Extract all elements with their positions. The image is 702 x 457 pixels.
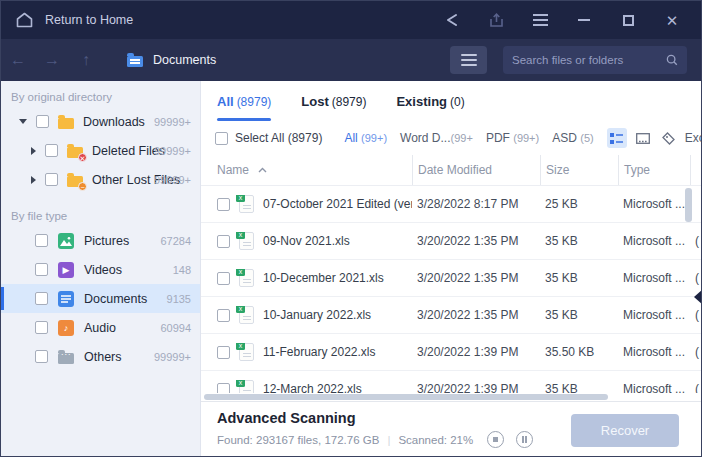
sidebar-item-label: Videos	[84, 263, 122, 277]
sidebar-item-label: Pictures	[84, 234, 129, 248]
table-header: Name Date Modified Size Type	[201, 155, 702, 186]
collapse-arrow-icon[interactable]	[31, 147, 36, 155]
documents-checkbox[interactable]	[35, 292, 48, 305]
tab-existing[interactable]: Existing(0)	[396, 94, 464, 121]
column-name[interactable]: Name	[201, 155, 412, 185]
item-count: 67284	[160, 235, 191, 247]
pictures-icon	[58, 233, 74, 249]
downloads-checkbox[interactable]	[36, 115, 49, 128]
filter-asd[interactable]: ASD (5)	[552, 131, 593, 145]
maximize-button[interactable]	[613, 7, 643, 33]
vertical-scrollbar-thumb[interactable]	[685, 188, 692, 222]
file-path-partial: (	[690, 271, 702, 285]
export-icon[interactable]	[481, 7, 511, 33]
table-row[interactable]: x11-February 2022.xls 3/20/2022 1:39 PM …	[201, 334, 702, 371]
sidebar-item-audio[interactable]: ♪ Audio 60994	[1, 313, 200, 342]
sidebar-item-others[interactable]: Others 99999+	[1, 342, 200, 371]
filter-all[interactable]: All (99+)	[344, 131, 387, 145]
tab-count: (8979)	[237, 95, 272, 109]
file-size: 35 KB	[540, 382, 618, 393]
return-home-button[interactable]: Return to Home	[1, 1, 147, 39]
file-date: 3/20/2022 1:35 PM	[412, 308, 540, 322]
file-type: Microsoft ...	[618, 271, 690, 285]
recover-button[interactable]: Recover	[571, 414, 679, 447]
breadcrumb-folder-icon	[127, 56, 143, 67]
column-path-partial[interactable]	[690, 155, 702, 185]
table-row[interactable]: x09-Nov 2021.xls 3/20/2022 1:35 PM 35 KB…	[201, 223, 702, 260]
tab-all[interactable]: All(8979)	[217, 94, 271, 121]
tab-lost[interactable]: Lost(8979)	[301, 94, 366, 121]
pause-button[interactable]	[516, 431, 533, 448]
filter-word[interactable]: Word D...(99+	[400, 131, 473, 145]
sidebar-item-documents[interactable]: Documents 9135	[1, 284, 200, 313]
row-checkbox[interactable]	[217, 198, 230, 211]
menu-icon[interactable]	[525, 7, 555, 33]
row-checkbox[interactable]	[217, 309, 230, 322]
nav-bar: ← → ↑ Documents	[1, 39, 701, 81]
file-type: Microsoft ...	[618, 234, 690, 248]
sidebar-item-downloads[interactable]: Downloads 99999+	[1, 107, 200, 136]
row-checkbox[interactable]	[217, 383, 230, 394]
table-row[interactable]: x07-October 2021 Edited (version ... 3/2…	[201, 186, 702, 223]
tag-icon[interactable]	[659, 128, 679, 148]
sidebar-item-videos[interactable]: ▶ Videos 148	[1, 255, 200, 284]
select-all-checkbox[interactable]	[215, 132, 228, 145]
list-view-icon[interactable]	[607, 128, 627, 148]
filter-bar: Select All (8979) All (99+) Word D...(99…	[201, 121, 702, 155]
row-checkbox[interactable]	[217, 346, 230, 359]
stop-button[interactable]	[487, 431, 504, 448]
pictures-checkbox[interactable]	[35, 234, 48, 247]
panel-collapse-arrow-icon[interactable]	[694, 289, 702, 305]
close-button[interactable]: ✕	[657, 7, 687, 33]
filter-pdf[interactable]: PDF (99+)	[486, 131, 539, 145]
expand-arrow-icon[interactable]	[19, 119, 27, 124]
breadcrumb-label: Documents	[153, 53, 216, 67]
file-date: 3/20/2022 1:35 PM	[412, 234, 540, 248]
sidebar-item-pictures[interactable]: Pictures 67284	[1, 226, 200, 255]
table-row[interactable]: x10-January 2022.xls 3/20/2022 1:35 PM 3…	[201, 297, 702, 334]
horizontal-scrollbar[interactable]	[201, 393, 702, 401]
forward-arrow-icon[interactable]: →	[35, 51, 69, 69]
section-by-file-type: By file type	[1, 200, 200, 226]
search-icon	[666, 53, 678, 67]
table-row[interactable]: x10-December 2021.xls 3/20/2022 1:35 PM …	[201, 260, 702, 297]
others-icon	[58, 353, 74, 364]
sidebar-item-label: Audio	[84, 321, 116, 335]
other-lost-files-checkbox[interactable]	[45, 173, 58, 186]
item-count: 148	[173, 264, 191, 276]
row-checkbox[interactable]	[217, 235, 230, 248]
main-panel: All(8979) Lost(8979) Existing(0) Select …	[201, 81, 702, 457]
file-type: Microsoft ...	[618, 308, 690, 322]
videos-checkbox[interactable]	[35, 263, 48, 276]
filter-excel[interactable]: Excel XL...(99+	[685, 131, 702, 145]
table-row[interactable]: x12-March 2022.xls 3/20/2022 1:39 PM 35 …	[201, 371, 702, 393]
audio-checkbox[interactable]	[35, 321, 48, 334]
horizontal-scrollbar-thumb[interactable]	[204, 394, 608, 400]
others-checkbox[interactable]	[35, 350, 48, 363]
videos-icon: ▶	[58, 262, 74, 278]
window-controls: ✕	[437, 7, 701, 33]
row-checkbox[interactable]	[217, 272, 230, 285]
deleted-files-checkbox[interactable]	[45, 144, 58, 157]
back-arrow-icon[interactable]: ←	[1, 51, 35, 69]
file-name: 10-January 2022.xls	[263, 308, 371, 322]
column-type[interactable]: Type	[618, 155, 690, 185]
sidebar-item-deleted-files[interactable]: ✕ Deleted Files 99999+	[1, 136, 200, 165]
sidebar-item-other-lost-files[interactable]: − Other Lost Files 99999+	[1, 165, 200, 194]
minus-badge-icon: −	[78, 182, 87, 191]
share-icon[interactable]	[437, 7, 467, 33]
search-box[interactable]	[503, 46, 687, 74]
search-input[interactable]	[512, 54, 666, 66]
column-date-modified[interactable]: Date Modified	[412, 155, 540, 185]
select-all-label[interactable]: Select All (8979)	[235, 131, 322, 145]
sidebar-item-label: Downloads	[83, 115, 145, 129]
audio-icon: ♪	[58, 320, 74, 336]
sidebar-item-label: Documents	[84, 292, 147, 306]
view-menu-button[interactable]	[450, 46, 487, 74]
up-arrow-icon[interactable]: ↑	[69, 51, 103, 69]
column-size[interactable]: Size	[540, 155, 618, 185]
thumbnail-view-icon[interactable]	[633, 128, 653, 148]
minimize-button[interactable]	[569, 7, 599, 33]
collapse-arrow-icon[interactable]	[31, 176, 36, 184]
excel-file-icon: x	[239, 343, 254, 361]
